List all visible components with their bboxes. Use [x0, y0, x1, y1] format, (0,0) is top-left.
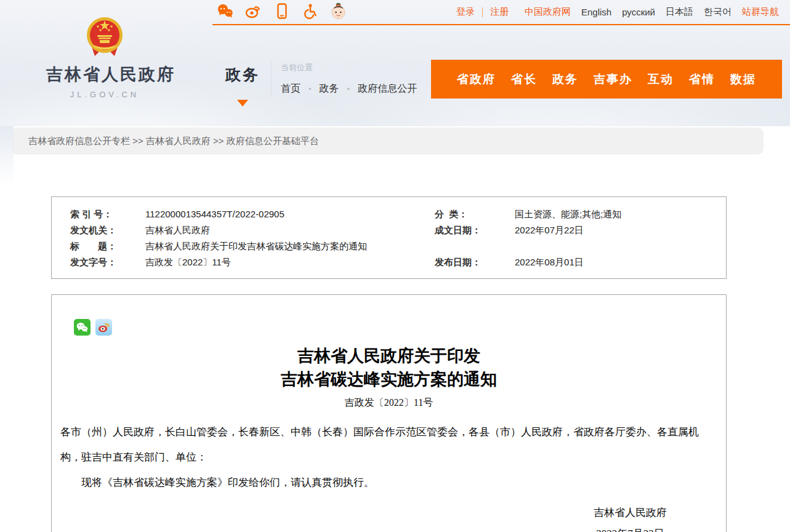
nav-item-jishiban[interactable]: 吉事办 — [594, 71, 632, 87]
meta-value-index: 1122000013544357T/2022-02905 — [145, 206, 284, 222]
mobile-icon[interactable] — [273, 2, 290, 19]
meta-value-issuing-agency: 吉林省人民政府 — [145, 222, 210, 238]
meta-label-written-date: 成文日期： — [435, 222, 515, 238]
chevron-down-icon[interactable] — [237, 100, 248, 107]
section-label: 政务 — [220, 65, 265, 85]
register-link[interactable]: 注册 — [490, 6, 509, 18]
wechat-icon[interactable] — [217, 2, 233, 19]
signature-date: 2022年7月22日 — [594, 523, 667, 532]
header-divider — [271, 62, 272, 97]
japanese-link[interactable]: 日本語 — [666, 6, 693, 18]
document-number: 吉政发〔2022〕11号 — [52, 397, 726, 409]
meta-row: 发文机关： 吉林省人民政府 成文日期： 2022年07月22日 — [52, 222, 726, 238]
topbar-links: 登录 注册 中国政府网 English русский 日本語 한국어 站群导航 — [456, 6, 779, 18]
site-nav-link[interactable]: 站群导航 — [742, 6, 779, 18]
russian-link[interactable]: русский — [622, 7, 655, 17]
document-body: 各市（州）人民政府，长白山管委会，长春新区、中韩（长春）国际合作示范区管委会，各… — [60, 419, 717, 495]
breadcrumb: 首页 • 政务 • 政府信息公开 — [281, 83, 417, 95]
breadcrumb-dot: • — [347, 84, 350, 94]
meta-value-title: 吉林省人民政府关于印发吉林省碳达峰实施方案的通知 — [145, 238, 367, 254]
weibo-icon[interactable] — [245, 2, 262, 19]
english-link[interactable]: English — [581, 7, 611, 17]
breadcrumb-dot: • — [308, 84, 312, 94]
location-block: 当前位置 首页 • 政务 • 政府信息公开 — [281, 62, 417, 95]
path-bar: 吉林省政府信息公开专栏 >> 吉林省人民政府 >> 政府信息公开基础平台 — [12, 127, 764, 155]
login-link[interactable]: 登录 — [456, 6, 475, 18]
site-domain: JL.GOV.CN — [46, 90, 163, 99]
document-title: 吉林省人民政府关于印发 吉林省碳达峰实施方案的通知 — [52, 344, 726, 391]
meta-label-issuing-agency: 发文机关： — [70, 222, 145, 238]
breadcrumb-zhengwu[interactable]: 政务 — [320, 83, 339, 95]
meta-label-empty — [435, 238, 515, 254]
auth-separator — [482, 7, 483, 17]
korean-link[interactable]: 한국어 — [704, 6, 732, 18]
location-label: 当前位置 — [281, 62, 417, 73]
meta-value-written-date: 2022年07月22日 — [515, 222, 584, 238]
document-title-line2: 吉林省碳达峰实施方案的通知 — [52, 368, 726, 391]
meta-label-category: 分 类： — [435, 206, 515, 222]
document-title-line1: 吉林省人民政府关于印发 — [52, 344, 726, 368]
site-header: 登录 注册 中国政府网 English русский 日本語 한국어 站群导航 — [0, 0, 790, 126]
meta-label-title: 标 题： — [70, 238, 145, 254]
meta-row: 索 引 号： 1122000013544357T/2022-02905 分 类：… — [52, 206, 726, 222]
gov-cn-link[interactable]: 中国政府网 — [525, 6, 571, 18]
signature-block: 吉林省人民政府 2022年7月22日 — [594, 502, 667, 532]
meta-label-publish-date: 发布日期： — [435, 254, 515, 270]
site-title: 吉林省人民政府 — [46, 63, 163, 86]
signature-org: 吉林省人民政府 — [594, 502, 667, 523]
weibo-share-icon[interactable] — [95, 319, 112, 336]
nav-item-governor[interactable]: 省长 — [511, 71, 537, 87]
site-logo[interactable]: 吉林省人民政府 JL.GOV.CN — [46, 15, 163, 99]
national-emblem-icon — [85, 15, 124, 58]
meta-label-doc-number: 发文字号： — [70, 254, 145, 270]
meta-value-doc-number: 吉政发〔2022〕11号 — [145, 254, 231, 270]
meta-value-category: 国土资源、能源;其他;通知 — [515, 206, 621, 222]
nav-item-data[interactable]: 数据 — [730, 71, 756, 87]
nav-item-province-info[interactable]: 省情 — [689, 71, 715, 87]
meta-label-index: 索 引 号： — [70, 206, 145, 222]
mascot-icon[interactable] — [330, 2, 347, 19]
document-content: 吉林省人民政府关于印发 吉林省碳达峰实施方案的通知 吉政发〔2022〕11号 各… — [51, 294, 727, 532]
section-block: 政务 — [220, 65, 265, 107]
body-paragraph-recipients: 各市（州）人民政府，长白山管委会，长春新区、中韩（长春）国际合作示范区管委会，各… — [60, 419, 717, 470]
meta-row: 标 题： 吉林省人民政府关于印发吉林省碳达峰实施方案的通知 — [52, 238, 726, 254]
body-paragraph-directive: 现将《吉林省碳达峰实施方案》印发给你们，请认真贯彻执行。 — [60, 470, 717, 495]
wechat-share-icon[interactable] — [74, 319, 91, 336]
main-nav: 省政府 省长 政务 吉事办 互动 省情 数据 — [431, 60, 782, 99]
topbar-icons — [217, 2, 347, 19]
nav-item-interaction[interactable]: 互动 — [648, 71, 674, 87]
nav-item-zhengwu[interactable]: 政务 — [552, 71, 578, 87]
share-buttons — [74, 319, 726, 336]
document-meta-table: 索 引 号： 1122000013544357T/2022-02905 分 类：… — [51, 196, 727, 279]
nav-item-provincial-gov[interactable]: 省政府 — [457, 71, 496, 87]
accessibility-icon[interactable] — [302, 2, 318, 19]
breadcrumb-info-disclosure[interactable]: 政府信息公开 — [358, 83, 417, 95]
topbar-divider — [212, 24, 790, 25]
meta-value-publish-date: 2022年08月01日 — [515, 254, 584, 270]
left-edge-fade — [0, 126, 14, 185]
meta-row: 发文字号： 吉政发〔2022〕11号 发布日期： 2022年08月01日 — [52, 254, 726, 270]
breadcrumb-home[interactable]: 首页 — [281, 83, 300, 95]
